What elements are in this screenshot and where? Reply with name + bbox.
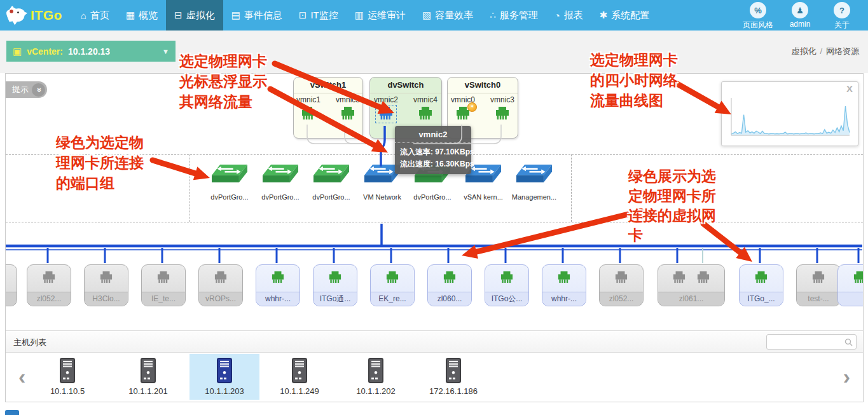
vcenter-selector[interactable]: ▣ vCenter: 10.1.20.13 ▼: [6, 41, 176, 62]
nav-item-home[interactable]: ⌂首页: [72, 0, 118, 31]
virtualization-icon: ⊟: [174, 10, 183, 21]
nav-button-page-style[interactable]: %页面风格: [738, 2, 778, 31]
vm-card[interactable]: [837, 264, 864, 306]
nav-item-label: 运维审计: [368, 10, 406, 22]
vmnic-label: vmnic4: [413, 95, 437, 104]
breadcrumb-item-network[interactable]: 网络资源: [826, 46, 859, 56]
vswitch-title: dvSwitch: [370, 78, 441, 93]
nav-button-admin[interactable]: ♟admin: [780, 2, 820, 31]
host-ip: 10.1.1.201: [128, 386, 167, 396]
host-item-10.1.1.249[interactable]: 10.1.1.249: [265, 354, 334, 400]
port-group-dvportgro-[interactable]: dvPortGro...: [254, 163, 307, 201]
port-group-label: dvPortGro...: [413, 193, 451, 201]
port-group-label: dvPortGro...: [210, 193, 248, 201]
vmnic-vmnic5[interactable]: vmnic5: [334, 95, 362, 123]
vm-card-label: zl052...: [600, 292, 643, 306]
alert-badge-icon: ✶: [467, 102, 477, 112]
collapse-chevron-icon: «: [32, 83, 45, 97]
link-icon: %: [750, 2, 766, 18]
vm-card-whhr-[interactable]: whhr-...: [542, 264, 586, 306]
traffic-chart-panel: X: [721, 81, 858, 146]
host-item-10.1.1.203[interactable]: 10.1.1.203: [189, 354, 259, 400]
vm-card-label: zl060...: [428, 292, 471, 306]
nav-item-label: 报表: [564, 10, 583, 22]
nav-item-label: 概览: [139, 10, 158, 22]
vm-card-ek-re-[interactable]: EK_re...: [370, 264, 415, 306]
nav-button-about[interactable]: ?关于: [822, 2, 862, 31]
scroll-right-icon[interactable]: ›: [843, 367, 850, 386]
tooltip-title: vmnic2: [395, 126, 471, 142]
hint-tab[interactable]: 提示 «: [6, 81, 47, 98]
nic-icon: [375, 105, 397, 123]
port-group-dvportgro-[interactable]: dvPortGro...: [305, 163, 358, 201]
port-group-managemen-[interactable]: Managemen...: [507, 163, 561, 201]
host-list-header: 主机列表: [6, 331, 863, 353]
nav-item-service-mgmt[interactable]: ∴服务管理: [481, 0, 546, 31]
nic-icon: [838, 271, 864, 283]
host-ip: 10.1.1.202: [356, 386, 395, 396]
question-icon: ?: [834, 2, 850, 18]
host-item-10.1.10.5[interactable]: 10.1.10.5: [32, 354, 102, 400]
close-icon[interactable]: X: [846, 83, 853, 94]
vmnic-vmnic2[interactable]: vmnic2: [372, 95, 400, 123]
vm-card-itgo-[interactable]: ITGo通...: [313, 264, 357, 306]
nav-item-capacity[interactable]: ▧容量效率: [414, 0, 481, 31]
vm-card-label: [838, 292, 864, 306]
nav-item-virtualization[interactable]: ⊟虚拟化: [166, 0, 223, 31]
vm-card-zl052-[interactable]: zl052...: [599, 264, 644, 306]
nav-item-system-config[interactable]: ✱系统配置: [591, 0, 658, 31]
nav-item-overview[interactable]: ▦概览: [118, 0, 166, 31]
tooltip-body: 流入速率: 97.10KBps 流出速度: 16.30KBps: [395, 142, 471, 174]
report-icon: ◔: [555, 10, 560, 21]
vm-card-zl052-[interactable]: zl052...: [27, 264, 71, 306]
vm-card-zl060-[interactable]: zl060...: [427, 264, 472, 306]
nav-right: %页面风格♟admin?关于: [738, 0, 868, 31]
port-group-label: dvPortGro...: [312, 193, 350, 201]
vm-card-label: EK_re...: [371, 292, 414, 306]
server-icon: [139, 358, 158, 385]
vcenter-icon: ▣: [13, 46, 22, 57]
vmnic-vmnic0[interactable]: vmnic0 ✶: [449, 95, 477, 123]
scroll-nub: [5, 410, 19, 415]
nic-icon: ✶: [452, 105, 474, 123]
port-group-dvportgro-[interactable]: dvPortGro...: [203, 163, 256, 201]
itgo-logo[interactable]: ITGo: [0, 0, 72, 31]
nav-item-ops-audit[interactable]: ▥运维审计: [347, 0, 414, 31]
vswitch-vSwitch1: vSwitch1vmnic1 vmnic5: [293, 77, 363, 139]
nav-item-reports[interactable]: ◔报表: [546, 0, 591, 31]
nav-item-it-monitor[interactable]: ⊡IT监控: [291, 0, 347, 31]
nic-icon: [542, 271, 586, 283]
breadcrumb-item-virtualization[interactable]: 虚拟化: [791, 46, 816, 56]
host-item-172.16.1.186[interactable]: 172.16.1.186: [418, 354, 488, 400]
nav-button-label: 关于: [834, 20, 850, 31]
host-item-10.1.1.201[interactable]: 10.1.1.201: [113, 354, 183, 400]
vmnic-vmnic1[interactable]: vmnic1: [294, 95, 322, 123]
nic-icon: [85, 271, 128, 283]
vm-card-ie-te-[interactable]: IE_te...: [141, 264, 186, 306]
vm-card-whhr-[interactable]: whhr-...: [256, 264, 300, 306]
settings-icon: ✱: [600, 10, 608, 21]
host-item-10.1.1.202[interactable]: 10.1.1.202: [341, 354, 411, 400]
host-strip: ‹ 10.1.10.5 10.1.1.201 10.1.1.203 10.1.1…: [6, 353, 863, 401]
nav-item-label: 服务管理: [500, 10, 538, 22]
vmnic-vmnic3[interactable]: vmnic3: [488, 95, 516, 123]
vmnic-vmnic4[interactable]: vmnic4: [411, 95, 439, 123]
search-input[interactable]: [771, 336, 841, 348]
nav-item-label: 虚拟化: [186, 10, 215, 22]
monitor-icon: ⊡: [299, 10, 307, 21]
vm-card-vrops-[interactable]: vROPs...: [198, 264, 243, 306]
vm-card-test-[interactable]: test-...: [796, 264, 841, 306]
flow-out-label: 流出速度:: [400, 160, 433, 168]
nav-item-events[interactable]: ▤事件信息: [223, 0, 291, 31]
vm-card[interactable]: [5, 264, 17, 306]
vm-card-itgo-[interactable]: ITGo_...: [739, 264, 783, 306]
vm-card-zl061-[interactable]: zl061...: [658, 264, 725, 306]
vm-card-h3clo-[interactable]: H3Clo...: [84, 264, 128, 306]
vmnic-label: vmnic3: [490, 95, 514, 104]
nav-items: ⌂首页▦概览⊟虚拟化▤事件信息⊡IT监控▥运维审计▧容量效率∴服务管理◔报表✱系…: [72, 0, 658, 31]
capacity-icon: ▧: [422, 10, 431, 21]
nav-item-label: 容量效率: [435, 10, 473, 22]
scroll-left-icon[interactable]: ‹: [18, 367, 25, 386]
nic-icon: [142, 271, 185, 283]
vm-card-itgo-[interactable]: ITGo公...: [485, 264, 529, 306]
